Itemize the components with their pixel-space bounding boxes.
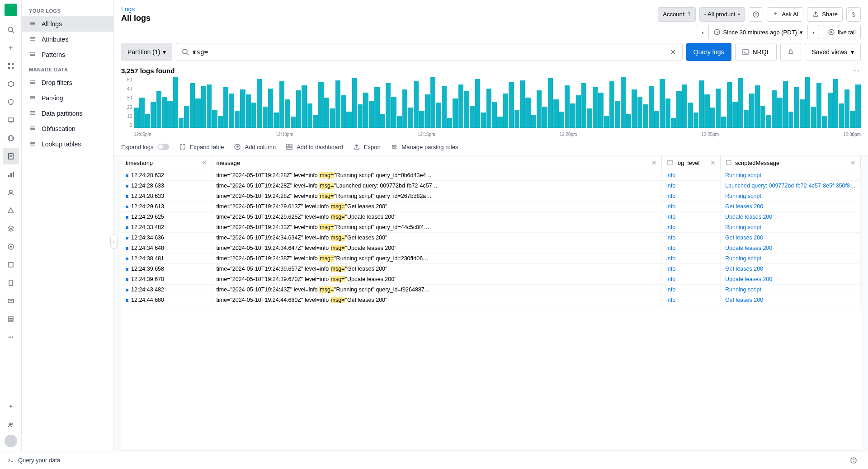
breadcrumb-logs[interactable]: Logs: [121, 5, 151, 13]
toggle-switch[interactable]: [157, 144, 169, 150]
log-table-wrap[interactable]: timestamp✕ message✕ log_level✕ scriptedM…: [121, 155, 861, 451]
query-logs-button[interactable]: Query logs: [686, 43, 731, 61]
chart-bar[interactable]: [660, 79, 665, 128]
chart-bar[interactable]: [402, 89, 407, 128]
chart-bar[interactable]: [822, 116, 827, 128]
chart-bar[interactable]: [358, 104, 363, 128]
chart-bar[interactable]: [397, 116, 402, 128]
chart-bar[interactable]: [223, 87, 228, 128]
chart-bar[interactable]: [704, 94, 709, 128]
add-column-button[interactable]: Add column: [234, 143, 276, 150]
chart-bar[interactable]: [811, 107, 816, 128]
chart-bar[interactable]: [710, 108, 715, 128]
chart-bar[interactable]: [649, 86, 654, 128]
rail-item-14[interactable]: [3, 257, 19, 273]
chart-bar[interactable]: [716, 89, 721, 128]
nrql-button[interactable]: NRQL: [735, 43, 777, 61]
sidebar-item[interactable]: Attributes: [22, 32, 113, 47]
rail-search[interactable]: [3, 22, 19, 38]
chart-bar[interactable]: [207, 84, 212, 128]
help-button[interactable]: ?: [749, 7, 763, 22]
sidebar-item[interactable]: Drop filters: [22, 75, 113, 90]
chart-bar[interactable]: [145, 114, 150, 128]
chart-bar[interactable]: [570, 103, 575, 128]
chart-bar[interactable]: [201, 86, 206, 128]
chart-bar[interactable]: [537, 90, 542, 128]
chart-bar[interactable]: [531, 115, 536, 128]
chart-bar[interactable]: [637, 97, 642, 128]
copy-link-button[interactable]: [846, 7, 861, 22]
table-row[interactable]: 12:24:38.481time="2024-05-10T19:24:38Z" …: [121, 253, 861, 264]
chart-bar[interactable]: [414, 81, 419, 128]
rail-logs[interactable]: [3, 148, 19, 164]
chart-bar[interactable]: [559, 112, 564, 128]
sidebar-item[interactable]: All logs: [22, 16, 113, 32]
chart-bar[interactable]: [783, 81, 788, 128]
chart-bar[interactable]: [503, 94, 508, 128]
chart-bar[interactable]: [514, 110, 519, 128]
expand-table-button[interactable]: Expand table: [179, 143, 224, 150]
table-row[interactable]: 12:24:28.632time="2024-05-10T19:24:28Z" …: [121, 170, 861, 181]
chart-bar[interactable]: [341, 95, 346, 128]
chart-bar[interactable]: [738, 78, 743, 128]
chart-bar[interactable]: [816, 83, 821, 128]
chart-bar[interactable]: [229, 94, 234, 128]
ask-ai-button[interactable]: Ask AI: [767, 7, 803, 22]
partition-selector[interactable]: Partition (1)▾: [121, 43, 172, 61]
table-row[interactable]: 12:24:39.670time="2024-05-10T19:24:39.67…: [121, 274, 861, 285]
chart-bar[interactable]: [682, 84, 687, 128]
remove-column-icon[interactable]: ✕: [850, 159, 856, 166]
query-your-data-button[interactable]: Query your data: [7, 457, 60, 464]
chart-bar[interactable]: [391, 97, 396, 128]
chart-bar[interactable]: [615, 101, 620, 128]
chart-bar[interactable]: [324, 98, 329, 128]
chart-bar[interactable]: [408, 108, 413, 128]
chart-bar[interactable]: [565, 85, 570, 128]
chart-bar[interactable]: [497, 117, 502, 128]
chart-bar[interactable]: [626, 114, 631, 128]
chart-bar[interactable]: [307, 103, 312, 128]
sidebar-collapse-handle[interactable]: ‹: [110, 234, 118, 249]
chart-bar[interactable]: [727, 82, 732, 128]
table-row[interactable]: 12:24:29.625time="2024-05-10T19:24:29.62…: [121, 212, 861, 222]
chart-bar[interactable]: [279, 81, 284, 128]
account-selector[interactable]: Account: 1: [658, 7, 695, 22]
rail-item-7[interactable]: [3, 130, 19, 146]
chart-bar[interactable]: [721, 117, 726, 128]
chart-bar[interactable]: [363, 93, 368, 128]
chart-bar[interactable]: [509, 82, 514, 128]
saved-views-button[interactable]: Saved views▾: [805, 43, 861, 61]
chart-bar[interactable]: [593, 87, 598, 128]
bell-button[interactable]: [780, 43, 801, 61]
rail-settings[interactable]: [3, 417, 19, 433]
sidebar-item[interactable]: Lookup tables: [22, 136, 113, 152]
chart-menu-button[interactable]: ⋯: [852, 66, 861, 75]
rail-apps[interactable]: [3, 58, 19, 74]
rail-item-10[interactable]: [3, 184, 19, 201]
chart-bar[interactable]: [475, 79, 480, 128]
chart-bar[interactable]: [464, 91, 469, 128]
chart-bar[interactable]: [430, 77, 435, 128]
chart-bar[interactable]: [800, 99, 805, 128]
manage-rules-button[interactable]: Manage parsing rules: [391, 143, 458, 150]
rail-item-12[interactable]: [3, 220, 19, 237]
chart-bar[interactable]: [235, 111, 240, 128]
chart-bar[interactable]: [139, 98, 144, 128]
product-selector[interactable]: - All product▾: [699, 7, 745, 22]
rail-item-11[interactable]: [3, 202, 19, 219]
chart-bar[interactable]: [470, 106, 475, 128]
chart-bar[interactable]: [749, 94, 754, 128]
table-row[interactable]: 12:24:44.680time="2024-05-10T19:24:44.68…: [121, 295, 861, 305]
chart-bar[interactable]: [665, 98, 670, 128]
rail-more[interactable]: [3, 329, 19, 345]
chart-bar[interactable]: [755, 85, 760, 128]
chart-bar[interactable]: [134, 108, 139, 128]
chart-bar[interactable]: [676, 91, 681, 128]
th-loglevel[interactable]: log_level✕: [662, 155, 721, 170]
chart-bar[interactable]: [548, 78, 553, 128]
chart-bar[interactable]: [240, 89, 245, 128]
chart-bar[interactable]: [553, 99, 558, 128]
chart-bar[interactable]: [481, 113, 486, 128]
chart-bar[interactable]: [828, 93, 833, 128]
chart-bar[interactable]: [850, 111, 855, 128]
